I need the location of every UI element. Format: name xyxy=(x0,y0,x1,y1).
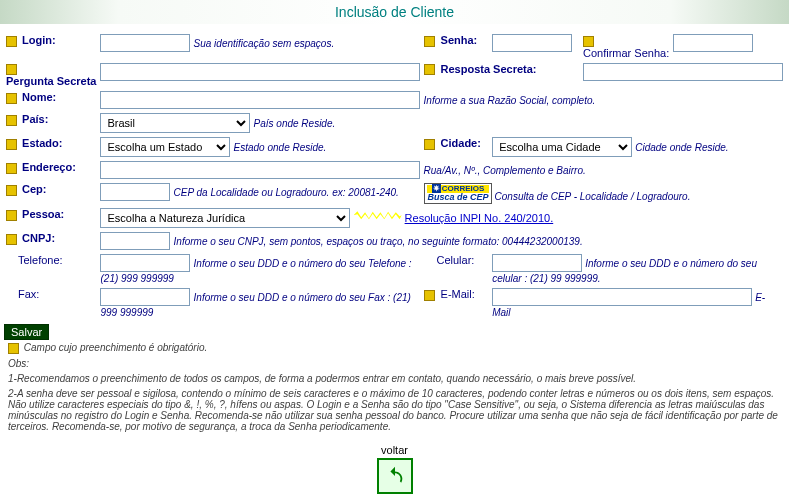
confirmar-senha-input[interactable] xyxy=(673,34,753,52)
required-marker xyxy=(6,36,17,47)
required-marker xyxy=(424,36,435,47)
endereco-input[interactable] xyxy=(100,161,420,179)
obs-title: Obs: xyxy=(4,356,785,371)
highlight-scribble xyxy=(354,208,402,222)
telefone-input[interactable] xyxy=(100,254,190,272)
salvar-button[interactable]: Salvar xyxy=(4,324,49,340)
required-marker xyxy=(6,210,17,221)
hint-cidade: Cidade onde Reside. xyxy=(635,142,728,153)
resposta-secreta-input[interactable] xyxy=(583,63,783,81)
hint-nome: Informe a sua Razão Social, completo. xyxy=(424,95,596,106)
voltar-label: voltar xyxy=(4,444,785,456)
label-cidade: Cidade: xyxy=(441,137,481,149)
required-marker xyxy=(6,64,17,75)
pessoa-select[interactable]: Escolha a Natureza Jurídica xyxy=(100,208,350,228)
nome-input[interactable] xyxy=(100,91,420,109)
required-marker xyxy=(424,139,435,150)
obs-2: 2-A senha deve ser pessoal e sigilosa, c… xyxy=(4,386,785,434)
celular-input[interactable] xyxy=(492,254,582,272)
cep-input[interactable] xyxy=(100,183,170,201)
label-pergunta-secreta: Pergunta Secreta xyxy=(6,75,96,87)
required-marker xyxy=(6,163,17,174)
estado-select[interactable]: Escolha um Estado xyxy=(100,137,230,157)
required-marker xyxy=(6,93,17,104)
obs-1: 1-Recomendamos o preenchimento de todos … xyxy=(4,371,785,386)
pergunta-secreta-input[interactable] xyxy=(100,63,420,81)
label-estado: Estado: xyxy=(22,137,62,149)
mandatory-note: Campo cujo preenchimento é obrigatório. xyxy=(4,340,785,356)
correios-bottom: Busca de CEP xyxy=(427,193,488,202)
form-table: Login: Sua identificação sem espaços. Se… xyxy=(4,32,785,320)
label-telefone: Telefone: xyxy=(18,254,63,266)
page-title: Inclusão de Cliente xyxy=(335,4,454,20)
label-login: Login: xyxy=(22,34,56,46)
resolucao-link[interactable]: Resolução INPI No. 240/2010. xyxy=(405,212,554,224)
hint-cnpj: Informe o seu CNPJ, sem pontos, espaços … xyxy=(174,236,583,247)
required-marker xyxy=(424,64,435,75)
required-marker xyxy=(424,290,435,301)
email-input[interactable] xyxy=(492,288,752,306)
required-marker xyxy=(6,185,17,196)
label-confirmar-senha: Confirmar Senha: xyxy=(583,47,669,59)
label-pessoa: Pessoa: xyxy=(22,208,64,220)
hint-cep: CEP da Localidade ou Logradouro. ex: 200… xyxy=(174,187,399,198)
label-email: E-Mail: xyxy=(441,288,475,300)
form-area: Login: Sua identificação sem espaços. Se… xyxy=(0,24,789,498)
required-marker xyxy=(583,36,594,47)
required-marker xyxy=(6,234,17,245)
label-cnpj: CNPJ: xyxy=(22,232,55,244)
required-marker xyxy=(8,343,19,354)
undo-icon xyxy=(384,465,406,487)
page-header: Inclusão de Cliente xyxy=(0,0,789,24)
label-cep: Cep: xyxy=(22,183,46,195)
cidade-select[interactable]: Escolha uma Cidade xyxy=(492,137,632,157)
pais-select[interactable]: Brasil xyxy=(100,113,250,133)
label-resposta-secreta: Resposta Secreta: xyxy=(441,63,537,75)
label-celular: Celular: xyxy=(436,254,474,266)
label-nome: Nome: xyxy=(22,91,56,103)
hint-estado: Estado onde Reside. xyxy=(234,142,327,153)
correios-button[interactable]: ✷CORREIOS Busca de CEP xyxy=(424,183,491,204)
fax-input[interactable] xyxy=(100,288,190,306)
mandatory-text: Campo cujo preenchimento é obrigatório. xyxy=(24,342,207,353)
label-pais: País: xyxy=(22,113,48,125)
cnpj-input[interactable] xyxy=(100,232,170,250)
required-marker xyxy=(6,115,17,126)
hint-cep-consulta: Consulta de CEP - Localidade / Logradour… xyxy=(495,191,691,202)
label-senha: Senha: xyxy=(441,34,478,46)
login-input[interactable] xyxy=(100,34,190,52)
voltar-button[interactable] xyxy=(377,458,413,494)
label-fax: Fax: xyxy=(18,288,39,300)
hint-pais: País onde Reside. xyxy=(254,118,336,129)
hint-login: Sua identificação sem espaços. xyxy=(194,38,335,49)
label-endereco: Endereço: xyxy=(22,161,76,173)
required-marker xyxy=(6,139,17,150)
senha-input[interactable] xyxy=(492,34,572,52)
hint-endereco: Rua/Av., Nº., Complemento e Bairro. xyxy=(424,165,586,176)
